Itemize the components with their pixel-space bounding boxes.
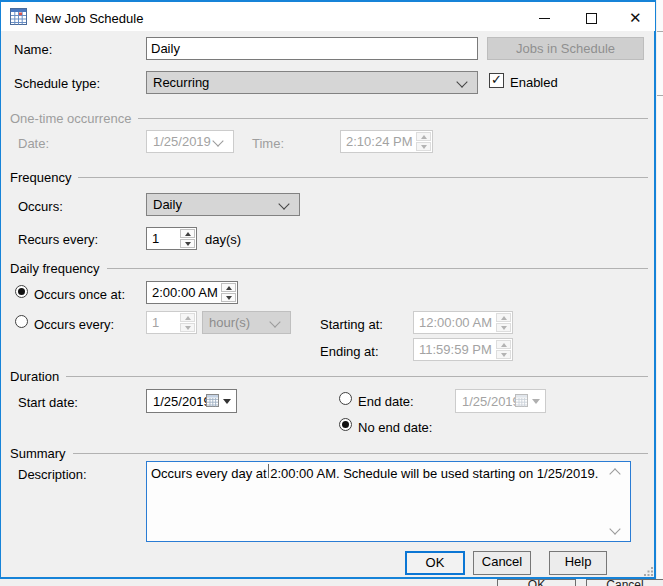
recurs-every-label: Recurs every:: [18, 232, 98, 247]
occurs-dropdown[interactable]: Daily: [146, 193, 300, 216]
enabled-checkbox[interactable]: ✓: [489, 73, 504, 88]
occurs-value: Daily: [153, 197, 182, 212]
arrow-down-icon: [185, 242, 191, 246]
spin-up-button: [496, 340, 511, 349]
arrow-up-icon: [501, 316, 507, 320]
background-cancel-button[interactable]: Cancel: [586, 579, 663, 586]
time-label: Time:: [252, 136, 284, 151]
occurs-every-value: 1: [152, 315, 159, 330]
starting-at-spinner: 12:00:00 AM: [413, 311, 513, 334]
ending-at-spinner: 11:59:59 PM: [413, 338, 513, 361]
spinner-buttons: [221, 283, 236, 302]
starting-at-value: 12:00:00 AM: [419, 315, 492, 330]
close-button[interactable]: ✕: [621, 5, 651, 31]
schedule-icon: [10, 8, 27, 25]
enabled-label: Enabled: [510, 75, 558, 90]
cancel-button[interactable]: Cancel: [473, 551, 531, 575]
no-end-date-label: No end date:: [358, 420, 432, 435]
starting-at-label: Starting at:: [320, 317, 383, 332]
resize-grip[interactable]: [643, 565, 654, 576]
text-cursor: [268, 464, 269, 478]
group-divider: [66, 376, 648, 377]
chevron-down-icon: [212, 135, 223, 146]
calendar-icon: [515, 394, 528, 407]
dropdown-arrow-icon: [532, 399, 540, 404]
maximize-icon: [586, 13, 597, 24]
date-label: Date:: [18, 136, 49, 151]
background-window-edge: [657, 0, 663, 586]
frequency-group-header: Frequency: [10, 170, 648, 185]
occurs-once-radio[interactable]: [15, 285, 28, 298]
duration-group-header: Duration: [10, 369, 648, 384]
start-date-label: Start date:: [18, 395, 78, 410]
end-date-picker: 1/25/2019: [455, 389, 546, 413]
spin-down-button: [496, 323, 511, 332]
one-time-occurrence-group-header: One-time occurrence: [10, 111, 648, 126]
group-divider: [78, 177, 648, 178]
spinner-buttons: [180, 313, 195, 332]
end-date-label: End date:: [358, 394, 414, 409]
recurs-every-spinner[interactable]: 1: [146, 227, 197, 250]
one-time-time-value: 2:10:24 PM: [346, 134, 413, 149]
one-time-date-dropdown: 1/25/2019: [146, 130, 234, 153]
spin-up-button: [180, 313, 195, 322]
spin-down-button: [416, 142, 431, 151]
frequency-label: Frequency: [10, 170, 71, 185]
arrow-up-icon: [421, 135, 427, 139]
occurs-every-label: Occurs every:: [34, 317, 114, 332]
title-bar[interactable]: New Job Schedule ✕: [1, 2, 655, 31]
spin-down-button[interactable]: [221, 293, 236, 302]
description-text: Occurs every day at 2:00:00 AM. Schedule…: [151, 466, 598, 481]
occurs-once-label: Occurs once at:: [34, 287, 125, 302]
spinner-buttons: [180, 229, 195, 248]
end-date-value: 1/25/2019: [462, 394, 520, 409]
spin-down-button[interactable]: [180, 239, 195, 248]
recurs-unit-label: day(s): [205, 232, 241, 247]
spin-down-button: [180, 323, 195, 332]
no-end-date-radio[interactable]: [339, 418, 352, 431]
occurs-every-radio[interactable]: [15, 315, 28, 328]
calendar-icon: [206, 394, 219, 407]
daily-frequency-label: Daily frequency: [10, 261, 100, 276]
description-textbox[interactable]: Occurs every day at 2:00:00 AM. Schedule…: [146, 461, 631, 542]
arrow-down-icon: [501, 353, 507, 357]
group-divider: [73, 453, 648, 454]
end-date-radio[interactable]: [339, 392, 352, 405]
chevron-down-icon: [278, 198, 289, 209]
name-label: Name:: [14, 42, 52, 57]
summary-group-header: Summary: [10, 446, 648, 461]
background-edge-mark: [657, 95, 663, 96]
minimize-button[interactable]: [529, 5, 559, 31]
maximize-button[interactable]: [576, 5, 606, 31]
name-input[interactable]: [146, 37, 478, 60]
schedule-type-value: Recurring: [153, 75, 209, 90]
ok-button[interactable]: OK: [405, 551, 465, 575]
background-ok-button[interactable]: OK: [497, 579, 576, 586]
help-button[interactable]: Help: [549, 551, 607, 575]
occurs-every-spinner: 1: [146, 311, 197, 334]
arrow-up-icon: [185, 316, 191, 320]
background-window-strip: OK Cancel: [0, 580, 663, 586]
close-icon: ✕: [629, 9, 642, 27]
arrow-down-icon: [226, 296, 232, 300]
checkmark-icon: ✓: [491, 72, 502, 87]
spin-up-button: [416, 132, 431, 141]
spin-down-button: [496, 350, 511, 359]
spin-up-button[interactable]: [221, 283, 236, 292]
spinner-buttons: [496, 340, 511, 359]
arrow-up-icon: [226, 286, 232, 290]
spinner-buttons: [416, 132, 431, 151]
schedule-type-label: Schedule type:: [14, 76, 100, 91]
spin-up-button[interactable]: [180, 229, 195, 238]
daily-frequency-group-header: Daily frequency: [10, 261, 648, 276]
start-date-picker[interactable]: 1/25/2019: [146, 389, 237, 413]
occurs-label: Occurs:: [18, 199, 63, 214]
group-divider: [138, 118, 648, 119]
group-divider: [107, 268, 648, 269]
arrow-up-icon: [501, 343, 507, 347]
occurs-once-time-spinner[interactable]: 2:00:00 AM: [146, 281, 238, 304]
duration-label: Duration: [10, 369, 59, 384]
jobs-in-schedule-button: Jobs in Schedule: [487, 37, 644, 60]
background-edge-mark: [657, 31, 663, 32]
schedule-type-dropdown[interactable]: Recurring: [146, 71, 478, 94]
